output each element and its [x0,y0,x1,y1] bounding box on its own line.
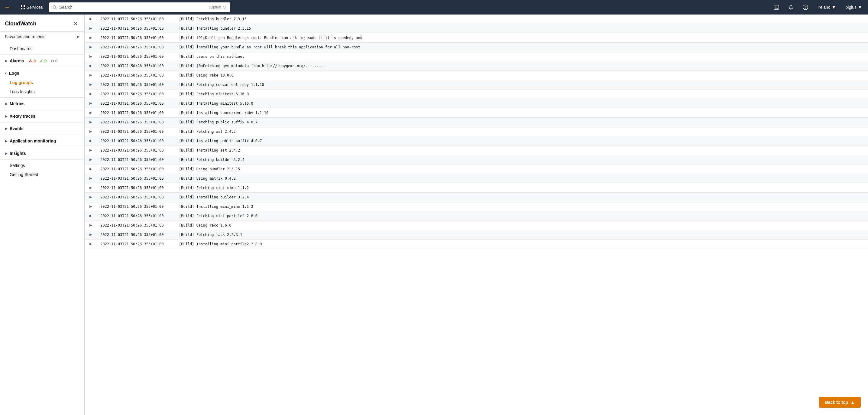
log-timestamp: 2022-11-03T21:50:26.355+01:00 [97,137,175,146]
back-to-top-button[interactable]: Back to top ▲ [819,397,861,408]
log-expand-button[interactable]: ▶ [85,33,97,42]
log-expand-button[interactable]: ▶ [85,118,97,126]
log-timestamp: 2022-11-03T21:50:26.355+01:00 [97,165,175,174]
close-sidebar-button[interactable]: ✕ [71,19,80,28]
top-navigation: aws Services [Option+S] [0,0,868,14]
log-expand-button[interactable]: ▶ [85,24,97,33]
log-expand-button[interactable]: ▶ [85,202,97,211]
log-row: ▶2022-11-03T21:50:26.355+01:00[Build] [0… [85,61,868,71]
log-expand-button[interactable]: ▶ [85,99,97,108]
log-row: ▶2022-11-03T21:50:26.355+01:00[Build] In… [85,99,868,108]
log-timestamp: 2022-11-03T21:50:26.355+01:00 [97,90,175,98]
sidebar-item-settings[interactable]: Settings [0,161,84,170]
xray-label: X-Ray traces [10,114,35,119]
log-message: [Build] Installing concurrent-ruby 1.1.1… [175,108,868,117]
settings-label: Settings [10,163,25,168]
sidebar-item-insights[interactable]: ▶ Insights [0,149,84,158]
svg-point-10 [790,9,791,10]
terminal-icon-button[interactable] [772,2,781,12]
sidebar-item-dashboards[interactable]: Dashboards [0,44,84,53]
log-message: [Build] Using rake 13.0.6 [175,71,868,80]
log-row: ▶2022-11-03T21:50:26.355+01:00[Build] Fe… [85,90,868,99]
log-expand-button[interactable]: ▶ [85,211,97,220]
user-label: pigius [846,5,857,10]
log-timestamp: 2022-11-03T21:50:26.355+01:00 [97,202,175,211]
log-timestamp: 2022-11-03T21:50:26.355+01:00 [97,80,175,89]
log-expand-button[interactable]: ▶ [85,230,97,239]
log-timestamp: 2022-11-03T21:50:26.355+01:00 [97,24,175,33]
log-expand-button[interactable]: ▶ [85,174,97,183]
log-row: ▶2022-11-03T21:50:26.355+01:00[Build] us… [85,52,868,61]
svg-rect-4 [21,8,22,9]
log-expand-button[interactable]: ▶ [85,137,97,145]
log-expand-button[interactable]: ▶ [85,90,97,98]
app-monitoring-label: Application monitoring [10,139,56,143]
log-expand-button[interactable]: ▶ [85,146,97,154]
aws-logo[interactable]: aws [4,4,14,11]
log-message: [Build] Installing builder 3.2.4 [175,193,868,202]
sidebar-item-favorites[interactable]: Favorites and recents ▶ [0,32,84,41]
search-input[interactable] [59,5,207,10]
log-expand-button[interactable]: ▶ [85,127,97,136]
sidebar-item-alarms[interactable]: ▶ Alarms ⚠ 0 ✓ 0 ⊘ 0 [0,56,84,66]
log-timestamp: 2022-11-03T21:50:26.355+01:00 [97,174,175,183]
log-message: [Build] Fetching mini_portile2 2.8.0 [175,211,868,220]
search-icon [53,5,57,9]
log-message: [Build] Using bundler 2.3.15 [175,165,868,174]
user-button[interactable]: pigius ▼ [843,4,864,11]
content-area: ▶2022-11-03T21:50:26.355+01:00[Build] Fe… [85,14,868,415]
sidebar-item-logs-group[interactable]: ▾ Logs [0,68,84,78]
log-expand-button[interactable]: ▶ [85,240,97,248]
log-expand-button[interactable]: ▶ [85,221,97,230]
help-icon-button[interactable]: ? [801,2,810,12]
log-row: ▶2022-11-03T21:50:26.355+01:00[Build] In… [85,108,868,118]
services-label: Services [27,5,43,10]
sidebar-item-logs-insights[interactable]: Logs Insights [0,87,84,96]
arrow-right-icon-2: ▶ [5,102,7,106]
log-row: ▶2022-11-03T21:50:26.355+01:00[Build] In… [85,137,868,146]
log-timestamp: 2022-11-03T21:50:26.355+01:00 [97,155,175,164]
sidebar-item-app-monitoring[interactable]: ▶ Application monitoring [0,136,84,146]
services-button[interactable]: Services [18,4,45,11]
log-expand-button[interactable]: ▶ [85,193,97,202]
log-expand-button[interactable]: ▶ [85,14,97,23]
log-expand-button[interactable]: ▶ [85,80,97,89]
log-table-container: ▶2022-11-03T21:50:26.355+01:00[Build] Fe… [85,14,868,249]
log-expand-button[interactable]: ▶ [85,183,97,192]
log-row: ▶2022-11-03T21:50:26.355+01:00[Build] Us… [85,221,868,230]
svg-rect-8 [774,5,779,9]
log-expand-button[interactable]: ▶ [85,61,97,70]
log-expand-button[interactable]: ▶ [85,165,97,173]
divider-8 [0,147,84,147]
arrow-right-icon-4: ▶ [5,127,7,131]
log-timestamp: 2022-11-03T21:50:26.355+01:00 [97,99,175,108]
sidebar-item-metrics[interactable]: ▶ Metrics [0,99,84,109]
log-message: [Build] Installing bundler 2.3.15 [175,24,868,33]
log-timestamp: 2022-11-03T21:50:26.355+01:00 [97,108,175,117]
arrow-right-icon-6: ▶ [5,152,7,155]
sidebar-item-log-groups[interactable]: Log groups [0,78,84,87]
sidebar-item-events[interactable]: ▶ Events [0,124,84,134]
log-expand-button[interactable]: ▶ [85,108,97,117]
log-expand-button[interactable]: ▶ [85,155,97,164]
search-bar[interactable]: [Option+S] [49,2,230,12]
sidebar-header: CloudWatch ✕ [0,14,84,32]
bell-icon-button[interactable] [786,2,796,12]
main-layout: CloudWatch ✕ Favorites and recents ▶ Das… [0,14,868,415]
terminal-icon [773,4,779,10]
log-expand-button[interactable]: ▶ [85,52,97,61]
log-message: [Build] Fetching public_suffix 4.0.7 [175,118,868,127]
sidebar-item-xray[interactable]: ▶ X-Ray traces [0,111,84,121]
sidebar-item-getting-started[interactable]: Getting Started [0,170,84,179]
favorites-label: Favorites and recents [5,34,45,39]
log-row: ▶2022-11-03T21:50:26.355+01:00[Build] In… [85,146,868,155]
log-row: ▶2022-11-03T21:50:26.355+01:00[Build] In… [85,240,868,249]
divider-5 [0,110,84,110]
log-timestamp: 2022-11-03T21:50:26.355+01:00 [97,146,175,155]
log-expand-button[interactable]: ▶ [85,43,97,52]
log-expand-button[interactable]: ▶ [85,71,97,80]
log-timestamp: 2022-11-03T21:50:26.355+01:00 [97,127,175,136]
log-message: [Build] Fetching bundler 2.3.15 [175,14,868,24]
logs-insights-label: Logs Insights [10,89,35,94]
region-button[interactable]: Ireland ▼ [815,4,838,11]
